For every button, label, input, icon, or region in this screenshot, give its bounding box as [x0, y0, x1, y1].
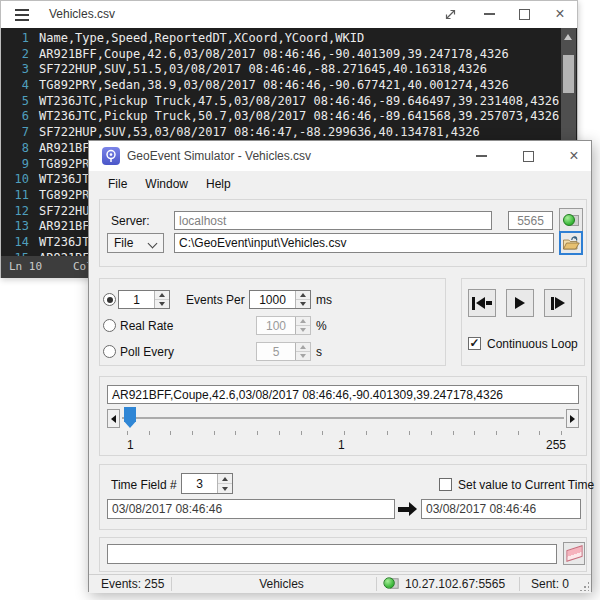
poll-stepper: 5 — [256, 342, 311, 361]
browse-file-button[interactable] — [559, 231, 583, 255]
sim-maximize-button[interactable] — [515, 145, 541, 167]
step-down-icon[interactable] — [155, 299, 169, 308]
line-number: 3 — [1, 62, 39, 78]
maximize-icon — [519, 9, 530, 20]
menu-file[interactable]: File — [99, 171, 136, 197]
editor-line: 6WT236JTC,Pickup Truck,50.7,03/08/2017 0… — [1, 109, 559, 125]
sim-minimize-button[interactable] — [468, 145, 494, 167]
editor-line: 1Name,Type,Speed,ReportedDT,XCoord,YCoor… — [1, 31, 559, 47]
menu-window[interactable]: Window — [136, 171, 197, 197]
step-forward-icon — [551, 297, 565, 310]
line-number: 12 — [1, 204, 39, 220]
chevron-down-icon — [148, 239, 158, 249]
editor-maximize-button[interactable] — [511, 3, 537, 25]
poll-value: 5 — [257, 343, 295, 360]
source-type-dropdown[interactable]: File — [107, 233, 164, 253]
time-to-field[interactable]: 03/08/2017 08:46:46 — [421, 499, 581, 519]
real-rate-stepper: 100 — [256, 316, 311, 335]
line-text: WT236JTC,Pickup Truck,50.7,03/08/2017 08… — [39, 109, 559, 123]
events-per-radio[interactable] — [103, 293, 116, 306]
line-text: TG892PR — [39, 157, 90, 171]
menubar: File Window Help — [89, 171, 591, 197]
server-label: Server: — [111, 214, 150, 228]
simulator-statusbar: Events: 255 Vehicles 10.27.102.67:5565 S… — [89, 574, 591, 593]
line-text: SF722HUP,SUV,53,03/08/2017 08:46:47,-88.… — [39, 125, 480, 139]
sent-count: Sent: 0 — [531, 577, 569, 591]
status-led-icon — [383, 577, 398, 589]
progress-field — [107, 544, 557, 564]
step-up-icon[interactable] — [155, 291, 169, 299]
scroll-up-icon[interactable] — [564, 34, 572, 40]
time-from-field[interactable]: 03/08/2017 08:46:46 — [107, 499, 395, 519]
scrollbar-thumb[interactable] — [563, 55, 574, 93]
clear-button[interactable] — [563, 542, 585, 565]
rewind-icon — [472, 297, 492, 310]
line-text: AR921BF — [39, 219, 90, 233]
line-number: 14 — [1, 235, 39, 251]
editor-title: Vehicles.csv — [49, 7, 115, 21]
line-number: 1 — [1, 31, 39, 47]
arrow-right-icon — [570, 415, 575, 423]
step-up-icon[interactable] — [296, 291, 310, 299]
arrow-left-icon — [111, 415, 116, 423]
step-down-icon[interactable] — [218, 483, 232, 493]
continuous-loop-label: Continuous Loop — [487, 337, 578, 351]
step-forward-button[interactable] — [544, 289, 572, 317]
seconds-unit-label: s — [316, 345, 322, 359]
hamburger-menu-icon[interactable] — [15, 9, 29, 24]
slider-max-label: 255 — [546, 438, 566, 452]
event-slider-track[interactable] — [122, 417, 564, 419]
slider-left-button[interactable] — [107, 409, 120, 428]
current-event-field[interactable]: AR921BFF,Coupe,42.6,03/08/2017 08:46:46,… — [107, 385, 579, 404]
simulator-titlebar: GeoEvent Simulator - Vehicles.csv × — [89, 141, 591, 171]
connect-button[interactable] — [559, 208, 583, 232]
continuous-loop-checkbox[interactable]: ✓ — [468, 337, 481, 350]
step-up-icon[interactable] — [218, 474, 232, 483]
maximize-icon — [523, 151, 534, 162]
server-host-input[interactable]: localhost — [174, 211, 492, 230]
editor-line: 3SF722HUP,SUV,51.5,03/08/2017 08:46:46,-… — [1, 62, 559, 78]
event-count-value: 1 — [119, 291, 154, 308]
interval-stepper[interactable]: 1000 — [249, 290, 311, 309]
connection-led-icon — [563, 214, 579, 227]
line-number: 4 — [1, 78, 39, 94]
close-icon: × — [569, 148, 578, 164]
line-text: Name,Type,Speed,ReportedDT,XCoord,YCoord… — [39, 31, 364, 45]
event-count-stepper[interactable]: 1 — [118, 290, 170, 309]
close-icon: × — [555, 6, 564, 22]
geoevent-app-icon — [102, 147, 120, 169]
sim-close-button[interactable]: × — [561, 145, 587, 167]
poll-every-radio[interactable] — [103, 345, 116, 358]
server-address: 10.27.102.67:5565 — [405, 577, 505, 591]
time-field-value: 3 — [182, 474, 217, 493]
editor-minimize-button[interactable] — [476, 3, 502, 25]
line-text: WT236JTC,Pickup Truck,47.5,03/08/2017 08… — [39, 94, 559, 108]
line-text: TG892PR — [39, 188, 90, 202]
set-current-time-checkbox[interactable] — [439, 478, 452, 491]
line-text: SF722HUP,SUV,51.5,03/08/2017 08:46:46,-8… — [39, 62, 487, 76]
real-rate-value: 100 — [257, 317, 295, 334]
minimize-icon — [484, 13, 495, 15]
slider-right-button[interactable] — [566, 409, 579, 428]
step-up-icon — [296, 317, 310, 325]
rewind-to-start-button[interactable] — [468, 289, 496, 317]
play-button[interactable] — [506, 289, 534, 317]
slider-current-label: 1 — [338, 438, 345, 452]
editor-close-button[interactable]: × — [547, 3, 573, 25]
file-path-input[interactable]: C:\GeoEvent\input\Vehicles.csv — [174, 233, 554, 253]
editor-line: 5WT236JTC,Pickup Truck,47.5,03/08/2017 0… — [1, 94, 559, 110]
line-number: 2 — [1, 47, 39, 63]
time-field-stepper[interactable]: 3 — [181, 473, 233, 494]
line-text: AR921BF — [39, 141, 90, 155]
editor-expand-button[interactable] — [437, 3, 463, 25]
real-rate-radio[interactable] — [103, 319, 116, 332]
line-number: 13 — [1, 219, 39, 235]
server-port-input[interactable]: 5565 — [508, 211, 553, 230]
step-up-icon — [296, 343, 310, 351]
line-number: 9 — [1, 157, 39, 173]
editor-line: 4TG892PRY,Sedan,38.9,03/08/2017 08:46:46… — [1, 78, 559, 94]
step-down-icon[interactable] — [296, 299, 310, 308]
resize-grip[interactable] — [579, 581, 589, 591]
line-text: SF722HU — [39, 204, 90, 218]
menu-help[interactable]: Help — [197, 171, 240, 197]
